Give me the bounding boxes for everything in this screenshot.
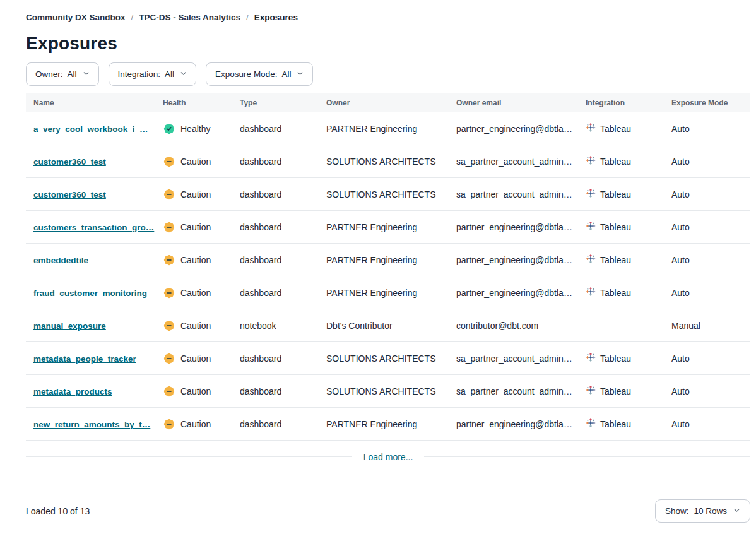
breadcrumb-environment[interactable]: TPC-DS - Sales Analytics — [139, 13, 240, 22]
table-row: embeddedtile Caution dashboard PARTNER E… — [26, 244, 750, 276]
health-badge-icon — [163, 352, 175, 365]
owner-cell: PARTNER Engineering — [319, 288, 449, 298]
exposure-name-link[interactable]: metadata_products — [33, 387, 112, 396]
health-label: Caution — [180, 321, 211, 331]
integration-label: Tableau — [600, 222, 631, 232]
column-header-name: Name — [26, 98, 155, 107]
owner-cell: SOLUTIONS ARCHITECTS — [319, 386, 449, 396]
health-label: Caution — [180, 189, 211, 199]
exposure-name-link[interactable]: new_return_amounts_by_t… — [33, 420, 150, 429]
exposure-name-link[interactable]: customer360_test — [33, 157, 106, 167]
type-cell: dashboard — [232, 222, 319, 232]
type-cell: dashboard — [232, 288, 319, 298]
type-cell: dashboard — [232, 419, 319, 429]
exposures-table: Name Health Type Owner Owner email Integ… — [26, 93, 750, 473]
owner-email-cell: sa_partner_account_admin… — [449, 353, 578, 364]
page-title: Exposures — [26, 33, 750, 54]
integration-cell: Tableau — [578, 352, 664, 364]
health-cell: Caution — [155, 155, 232, 168]
integration-label: Tableau — [600, 255, 631, 265]
integration-label: Tableau — [600, 288, 631, 298]
tableau-icon — [586, 254, 596, 266]
tableau-icon — [586, 352, 596, 364]
owner-email-cell: partner_engineering@dbtla… — [449, 124, 578, 134]
health-badge-icon — [163, 155, 175, 168]
health-badge-icon — [163, 418, 175, 430]
health-label: Caution — [180, 353, 211, 364]
chevron-down-icon — [180, 69, 187, 79]
exposure-name-link[interactable]: embeddedtile — [33, 256, 88, 265]
exposure-mode-cell: Auto — [664, 419, 750, 429]
exposure-mode-cell: Auto — [664, 124, 750, 134]
tableau-icon — [586, 155, 596, 167]
owner-cell: Dbt's Contributor — [319, 321, 449, 331]
owner-email-cell: partner_engineering@dbtla… — [449, 222, 578, 232]
owner-filter-dropdown[interactable]: Owner: All — [26, 62, 99, 86]
health-cell: Caution — [155, 254, 232, 266]
exposure-name-link[interactable]: manual_exposure — [33, 321, 106, 331]
integration-label: Tableau — [600, 157, 631, 167]
integration-cell: Tableau — [578, 122, 664, 134]
integration-filter-dropdown[interactable]: Integration: All — [109, 62, 197, 86]
table-row: a_very_cool_workbook_i_… Healthy dashboa… — [26, 112, 750, 145]
exposure-name-link[interactable]: customer360_test — [33, 190, 106, 199]
type-cell: notebook — [232, 321, 319, 331]
rows-per-page-label: Show: — [665, 506, 689, 516]
table-row: metadata_people_tracker Caution dashboar… — [26, 342, 750, 375]
health-badge-icon — [163, 221, 175, 234]
health-label: Healthy — [180, 124, 210, 134]
type-cell: dashboard — [232, 189, 319, 199]
exposure-mode-cell: Auto — [664, 189, 750, 199]
table-header-row: Name Health Type Owner Owner email Integ… — [26, 93, 750, 112]
tableau-icon — [586, 188, 596, 200]
column-header-exposure-mode: Exposure Mode — [664, 98, 750, 107]
exposure-mode-filter-label: Exposure Mode: — [215, 69, 277, 79]
integration-filter-label: Integration: — [118, 69, 161, 79]
column-header-integration: Integration — [578, 98, 664, 107]
tableau-icon — [586, 385, 596, 397]
exposure-mode-cell: Manual — [664, 321, 750, 331]
integration-cell: Tableau — [578, 287, 664, 299]
health-cell: Caution — [155, 418, 232, 430]
rows-per-page-dropdown[interactable]: Show: 10 Rows — [655, 499, 750, 523]
loaded-count-text: Loaded 10 of 13 — [26, 506, 90, 516]
owner-email-cell: sa_partner_account_admin… — [449, 157, 578, 167]
tableau-icon — [586, 122, 596, 134]
type-cell: dashboard — [232, 255, 319, 265]
health-label: Caution — [180, 222, 211, 232]
breadcrumb: Community DX Sandbox / TPC-DS - Sales An… — [26, 13, 750, 22]
owner-filter-label: Owner: — [35, 69, 63, 79]
breadcrumb-project[interactable]: Community DX Sandbox — [26, 13, 126, 22]
column-header-type: Type — [232, 98, 319, 107]
filter-bar: Owner: All Integration: All Exposure Mod… — [26, 62, 750, 86]
health-cell: Caution — [155, 319, 232, 332]
exposure-name-link[interactable]: fraud_customer_monitoring — [33, 288, 147, 298]
health-cell: Caution — [155, 352, 232, 365]
column-header-owner-email: Owner email — [449, 98, 578, 107]
health-badge-icon — [163, 385, 175, 398]
owner-cell: PARTNER Engineering — [319, 222, 449, 232]
exposure-name-link[interactable]: metadata_people_tracker — [33, 354, 136, 364]
load-more-link[interactable]: Load more... — [363, 452, 413, 462]
health-label: Caution — [180, 157, 211, 167]
health-cell: Healthy — [155, 122, 232, 135]
exposure-name-link[interactable]: a_very_cool_workbook_i_… — [33, 124, 148, 134]
health-label: Caution — [180, 255, 211, 265]
tableau-icon — [586, 221, 596, 233]
exposure-mode-cell: Auto — [664, 386, 750, 396]
health-label: Caution — [180, 419, 211, 429]
exposures-page: Community DX Sandbox / TPC-DS - Sales An… — [0, 0, 756, 534]
type-cell: dashboard — [232, 157, 319, 167]
tableau-icon — [586, 418, 596, 430]
health-label: Caution — [180, 288, 211, 298]
health-label: Caution — [180, 386, 211, 396]
table-row: customers_transaction_gro… Caution dashb… — [26, 211, 750, 244]
integration-cell: Tableau — [578, 418, 664, 430]
integration-label: Tableau — [600, 124, 631, 134]
breadcrumb-separator: / — [246, 13, 249, 22]
integration-label: Tableau — [600, 419, 631, 429]
exposure-mode-filter-dropdown[interactable]: Exposure Mode: All — [206, 62, 313, 86]
chevron-down-icon — [83, 69, 90, 79]
exposure-name-link[interactable]: customers_transaction_gro… — [33, 223, 154, 232]
breadcrumb-separator: / — [131, 13, 134, 22]
